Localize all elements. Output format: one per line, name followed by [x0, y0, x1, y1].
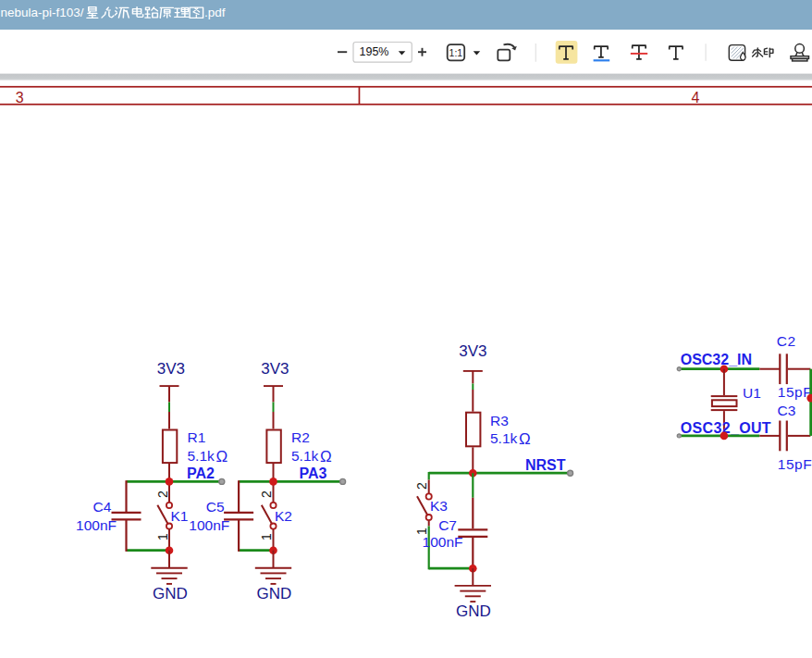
- svg-text:2: 2: [155, 490, 170, 498]
- svg-text:GND: GND: [456, 602, 491, 620]
- svg-text:R2: R2: [291, 429, 310, 445]
- svg-text:R3: R3: [490, 413, 509, 428]
- svg-text:100nF: 100nF: [189, 517, 229, 533]
- svg-text:nebula-pi-f103/: nebula-pi-f103/: [1, 6, 84, 19]
- svg-text:1: 1: [155, 533, 170, 540]
- svg-text:2: 2: [259, 490, 274, 498]
- svg-text:15pF: 15pF: [778, 384, 812, 400]
- svg-text:R1: R1: [188, 429, 206, 445]
- svg-text:4: 4: [692, 90, 700, 106]
- svg-text:3V3: 3V3: [157, 360, 185, 378]
- svg-text:3V3: 3V3: [459, 342, 486, 360]
- svg-text:195%: 195%: [360, 45, 389, 58]
- svg-text:Ω: Ω: [519, 430, 531, 448]
- svg-text:5.1k: 5.1k: [188, 448, 215, 464]
- svg-text:3: 3: [16, 90, 24, 106]
- svg-text:100nF: 100nF: [76, 517, 117, 533]
- svg-text:GND: GND: [257, 585, 292, 602]
- svg-text:U1: U1: [743, 385, 761, 401]
- svg-text:PA3: PA3: [300, 466, 327, 481]
- svg-text:100nF: 100nF: [423, 534, 463, 550]
- svg-text:C2: C2: [777, 333, 796, 349]
- svg-text:15pF: 15pF: [778, 456, 812, 472]
- svg-text:1: 1: [259, 533, 274, 540]
- svg-text:C7: C7: [438, 517, 457, 533]
- svg-text:K2: K2: [275, 508, 292, 524]
- svg-text:OSC32_IN: OSC32_IN: [681, 352, 752, 367]
- svg-text:C3: C3: [778, 403, 796, 418]
- svg-text:K1: K1: [171, 508, 189, 524]
- svg-text:C4: C4: [93, 499, 112, 515]
- svg-text:3V3: 3V3: [261, 360, 289, 378]
- svg-text:1:1: 1:1: [449, 47, 463, 58]
- svg-text:5.1k: 5.1k: [291, 448, 319, 464]
- svg-text:GND: GND: [153, 585, 188, 602]
- svg-text:C5: C5: [206, 499, 225, 515]
- svg-text:Ω: Ω: [216, 448, 228, 466]
- svg-text:PA2: PA2: [187, 466, 215, 481]
- svg-text:.pdf: .pdf: [204, 6, 226, 19]
- svg-text:2: 2: [414, 482, 429, 490]
- svg-text:Ω: Ω: [320, 448, 332, 466]
- svg-text:5.1k: 5.1k: [490, 430, 518, 446]
- svg-text:K3: K3: [430, 498, 448, 514]
- svg-text:NRST: NRST: [525, 457, 566, 473]
